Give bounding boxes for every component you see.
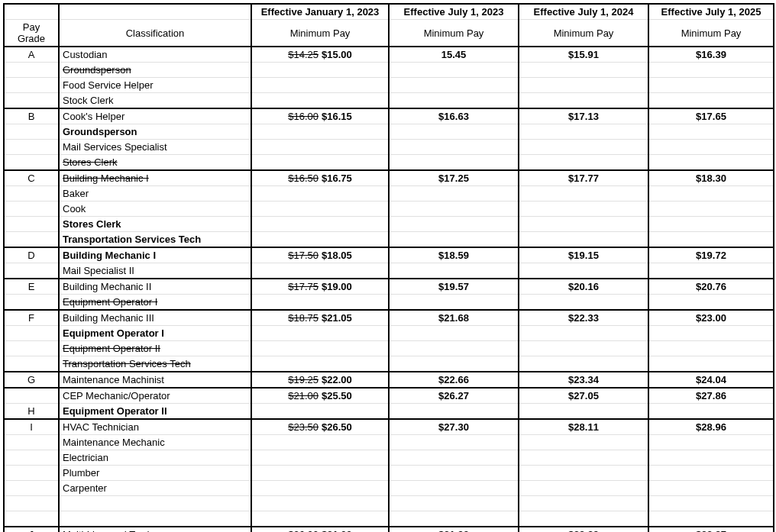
classification-cell: Building Mechanic I	[59, 247, 251, 263]
paygrade-cell	[4, 63, 59, 78]
paygrade-cell: J	[4, 527, 59, 533]
paygrade-cell	[4, 295, 59, 311]
pay-period-3	[519, 63, 648, 78]
pay-period-2	[389, 326, 519, 341]
hdr-minpay-2: Minimum Pay	[389, 20, 519, 47]
pay-period-3: $15.91	[519, 47, 648, 63]
pay-period-2: $18.59	[389, 247, 519, 263]
pay-period-1: $14.25$15.00	[251, 47, 389, 63]
pay-period-4	[648, 186, 774, 202]
pay-period-2	[389, 155, 519, 171]
paygrade-cell	[4, 450, 59, 466]
paygrade-cell: I	[4, 419, 59, 435]
pay-period-1	[251, 186, 389, 202]
pay-period-3	[519, 326, 648, 341]
hdr-classification: Classification	[59, 20, 251, 47]
pay-period-1: $19.25$22.00	[251, 372, 389, 388]
paygrade-cell: B	[4, 108, 59, 124]
paygrade-cell	[4, 124, 59, 140]
classification-cell: Building Mechanic III	[59, 310, 251, 326]
classification-cell: Groundsperson	[59, 124, 251, 140]
paygrade-cell: H	[4, 404, 59, 420]
pay-period-4	[648, 356, 774, 372]
pay-period-3	[519, 93, 648, 109]
classification-cell: Equipment Operator II	[59, 341, 251, 356]
pay-period-3	[519, 481, 648, 496]
pay-period-1	[251, 341, 389, 356]
pay-period-1: $18.75$21.05	[251, 310, 389, 326]
pay-period-4: $28.96	[648, 419, 774, 435]
pay-period-4: $33.87	[648, 527, 774, 533]
pay-period-3	[519, 404, 648, 420]
pay-period-1	[251, 356, 389, 372]
pay-period-3	[519, 341, 648, 356]
paygrade-cell: A	[4, 47, 59, 63]
paygrade-cell	[4, 496, 59, 511]
pay-period-1	[251, 232, 389, 248]
pay-period-4: $27.86	[648, 388, 774, 404]
pay-schedule-table: Effective January 1, 2023Effective July …	[3, 3, 774, 532]
classification-cell: Groundsperson	[59, 63, 251, 78]
pay-period-1	[251, 78, 389, 93]
classification-cell: Cook	[59, 202, 251, 217]
pay-period-4	[648, 140, 774, 155]
paygrade-cell	[4, 78, 59, 93]
paygrade-cell	[4, 511, 59, 527]
classification-cell: HVAC Technician	[59, 419, 251, 435]
paygrade-cell	[4, 93, 59, 109]
pay-period-2	[389, 356, 519, 372]
pay-period-2: $19.57	[389, 279, 519, 295]
paygrade-cell: D	[4, 247, 59, 263]
hdr-period-3: Effective July 1, 2024	[519, 4, 648, 20]
paygrade-cell	[4, 435, 59, 450]
pay-period-2	[389, 186, 519, 202]
hdr-blank-class	[59, 4, 251, 20]
pay-period-4	[648, 295, 774, 311]
pay-period-3	[519, 232, 648, 248]
pay-period-1	[251, 326, 389, 341]
pay-period-3	[519, 496, 648, 511]
pay-period-3	[519, 140, 648, 155]
pay-period-4	[648, 78, 774, 93]
paygrade-cell	[4, 217, 59, 232]
pay-period-4: $20.76	[648, 279, 774, 295]
pay-period-1	[251, 404, 389, 420]
paygrade-cell	[4, 356, 59, 372]
paygrade-cell	[4, 155, 59, 171]
pay-period-1	[251, 450, 389, 466]
pay-period-4	[648, 466, 774, 481]
pay-period-2	[389, 481, 519, 496]
pay-period-1: $16.50$16.75	[251, 170, 389, 186]
pay-period-4	[648, 326, 774, 341]
pay-period-2: $22.66	[389, 372, 519, 388]
classification-cell: Equipment Operator I	[59, 295, 251, 311]
paygrade-cell	[4, 140, 59, 155]
pay-period-1	[251, 511, 389, 527]
paygrade-cell: C	[4, 170, 59, 186]
pay-period-2: 15.45	[389, 47, 519, 63]
pay-period-1	[251, 481, 389, 496]
pay-period-2: $27.30	[389, 419, 519, 435]
pay-period-4	[648, 450, 774, 466]
pay-period-4	[648, 93, 774, 109]
pay-period-2	[389, 93, 519, 109]
pay-period-4	[648, 124, 774, 140]
pay-period-2	[389, 124, 519, 140]
pay-period-2: $17.25	[389, 170, 519, 186]
pay-period-4	[648, 263, 774, 279]
paygrade-cell	[4, 466, 59, 481]
classification-cell: Maintenance Mechanic	[59, 435, 251, 450]
classification-cell: Carpenter	[59, 481, 251, 496]
pay-period-1	[251, 202, 389, 217]
pay-period-3: $17.13	[519, 108, 648, 124]
classification-cell: Stores Clerk	[59, 155, 251, 171]
paygrade-cell: F	[4, 310, 59, 326]
pay-period-1	[251, 124, 389, 140]
pay-period-4	[648, 404, 774, 420]
pay-period-2	[389, 263, 519, 279]
pay-period-3	[519, 263, 648, 279]
pay-period-4	[648, 202, 774, 217]
pay-period-2: $31.93	[389, 527, 519, 533]
pay-period-1	[251, 435, 389, 450]
classification-cell: Building Mechanic I	[59, 170, 251, 186]
